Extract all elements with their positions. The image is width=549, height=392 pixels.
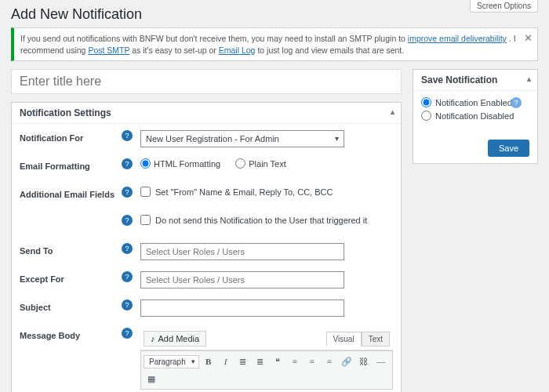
help-icon[interactable]: ? <box>122 130 133 141</box>
bullet-list-button[interactable]: ≣ <box>235 354 251 369</box>
subject-input[interactable] <box>140 299 344 317</box>
admin-notice: If you send out notifications with BNFW … <box>11 27 538 61</box>
align-right-button[interactable]: ≡ <box>322 354 337 369</box>
disabled-input[interactable] <box>421 111 431 121</box>
send-to-input[interactable] <box>140 243 344 260</box>
save-button[interactable]: Save <box>488 140 529 157</box>
collapse-icon[interactable]: ▴ <box>391 107 394 116</box>
notice-text-1: If you send out notifications with BNFW … <box>20 34 408 43</box>
save-notification-box: Save Notification ▴ Notification Enabled… <box>413 69 538 164</box>
help-icon[interactable]: ? <box>122 158 133 169</box>
radio-plain-input[interactable] <box>235 158 245 169</box>
save-box-heading[interactable]: Save Notification ▴ <box>413 70 537 91</box>
label-subject: Subject <box>20 299 122 312</box>
help-icon[interactable]: ? <box>122 215 133 226</box>
label-additional-fields: Additional Email Fields <box>20 187 122 199</box>
radio-html-input[interactable] <box>140 158 151 169</box>
except-for-input[interactable] <box>140 271 344 289</box>
checkbox-from-name[interactable] <box>140 187 151 197</box>
align-left-button[interactable]: ≡ <box>287 354 303 369</box>
dismiss-notice-button[interactable]: ✕ <box>522 31 534 44</box>
help-icon[interactable]: ? <box>122 243 133 254</box>
add-media-label: Add Media <box>158 334 200 343</box>
media-icon: ♪ <box>151 334 155 343</box>
settings-box-title: Notification Settings <box>20 107 111 118</box>
notice-text-4: to just log and view emails that are sen… <box>257 45 404 55</box>
notification-for-select[interactable]: New User Registration - For Admin <box>140 130 344 147</box>
tab-visual[interactable]: Visual <box>326 332 362 347</box>
label-message-body: Message Body <box>20 328 122 340</box>
radio-disabled[interactable]: Notification Disabled <box>421 111 529 121</box>
italic-button[interactable]: I <box>218 354 234 369</box>
disabled-label: Notification Disabled <box>435 111 514 121</box>
label-notification-for: Notification For <box>20 130 122 143</box>
align-center-button[interactable]: ≡ <box>304 354 320 369</box>
checkbox-no-self-label: Do not send this Notification to the Use… <box>155 216 367 225</box>
link-button[interactable]: 🔗 <box>339 354 354 369</box>
label-except-for: Except For <box>20 271 122 284</box>
notice-text-3: as it's easy to set-up or <box>132 45 219 55</box>
checkbox-from-label: Set "From" Name & Email, Reply To, CC, B… <box>155 187 333 197</box>
radio-plain-text[interactable]: Plain Text <box>235 158 286 169</box>
bold-button[interactable]: B <box>201 354 216 369</box>
unlink-button[interactable]: ⛓ <box>356 354 372 369</box>
help-icon[interactable]: ? <box>122 187 133 198</box>
enabled-input[interactable] <box>421 97 431 107</box>
format-select[interactable]: Paragraph <box>144 355 199 368</box>
number-list-button[interactable]: ≣ <box>253 354 268 369</box>
notification-title-input[interactable] <box>11 69 402 94</box>
notice-link-email-log[interactable]: Email Log <box>219 45 256 55</box>
add-media-button[interactable]: ♪ Add Media <box>144 331 206 347</box>
radio-html-formatting[interactable]: HTML Formatting <box>140 158 220 169</box>
screen-options-tab[interactable]: Screen Options <box>470 0 538 13</box>
help-icon[interactable]: ? <box>122 328 133 339</box>
radio-html-label: HTML Formatting <box>154 159 220 169</box>
label-email-formatting: Email Formatting <box>20 158 122 171</box>
page-title: Add New Notification <box>11 6 538 23</box>
notice-link-post-smtp[interactable]: Post SMTP <box>88 45 129 55</box>
collapse-icon[interactable]: ▴ <box>527 74 531 83</box>
tab-text[interactable]: Text <box>362 332 390 347</box>
checkbox-no-self-notify[interactable] <box>140 215 151 225</box>
notification-settings-box: Notification Settings ▴ Notification For… <box>11 102 402 392</box>
toolbar-toggle-button[interactable]: ▦ <box>144 371 159 387</box>
label-send-to: Send To <box>20 243 122 256</box>
blockquote-button[interactable]: ❝ <box>270 354 285 369</box>
radio-plain-label: Plain Text <box>249 159 286 169</box>
settings-box-heading[interactable]: Notification Settings ▴ <box>12 103 401 124</box>
notice-link-deliverability[interactable]: improve email deliverability <box>408 34 507 43</box>
more-button[interactable]: — <box>373 354 389 369</box>
save-box-title: Save Notification <box>421 74 497 85</box>
enabled-label: Notification Enabled <box>435 98 512 107</box>
help-icon[interactable]: ? <box>122 271 133 282</box>
help-icon[interactable]: ? <box>122 299 133 310</box>
